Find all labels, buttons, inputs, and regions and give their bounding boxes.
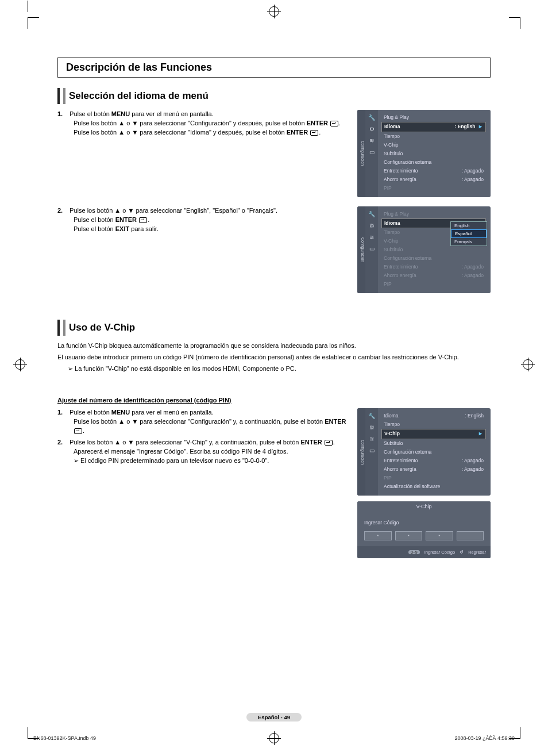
footer-filename: BN68-01392K-SPA.indb 49: [33, 735, 96, 741]
keypad-pill: 0~9: [408, 550, 420, 554]
osd-label: V-Chip: [384, 238, 399, 244]
t: Pulse el botón: [74, 225, 115, 232]
osd-label: Subtítulo: [384, 151, 403, 157]
step-text: Pulse el botón MENU para ver el menú en …: [70, 409, 214, 416]
osd-row: Plug & Play: [381, 113, 486, 122]
section-title: Selección del idioma de menú: [69, 90, 209, 102]
wrench-icon: 🔧: [368, 113, 376, 121]
pin-slot: [457, 531, 484, 540]
osd-row: Configuración externa: [381, 158, 486, 167]
enter-key: ENTER: [300, 439, 322, 446]
t: .: [148, 216, 149, 223]
crop-mark: [509, 17, 520, 29]
step-number: 2.: [57, 206, 68, 216]
pin-slot: *: [395, 531, 423, 540]
osd-pin-title: V-Chip: [357, 501, 491, 512]
osd-row: V-Chip: [381, 141, 486, 149]
steps-column: 1. Pulse el botón MENU para ver el menú …: [57, 110, 347, 203]
osd-row-dim: Ahorro energía: Apagado: [381, 271, 486, 280]
enter-icon: [325, 440, 333, 446]
osd-value: : English: [465, 413, 484, 419]
osd-label: Tiempo: [384, 421, 400, 428]
osd-row: Ahorro energía: Apagado: [381, 175, 486, 184]
step-number: 2.: [57, 438, 68, 447]
osd-list: Idioma: English Tiempo V-Chip► Subtítulo…: [378, 408, 491, 496]
step-text: Pulse el botón ENTER .: [74, 216, 347, 225]
registration-mark: [15, 359, 25, 370]
enter-icon: [74, 428, 82, 434]
osd-value: : Apagado: [462, 264, 484, 270]
osd-label: V-Chip: [384, 431, 400, 438]
t: Pulse los botón ▲ o ▼ para seleccionar "…: [74, 120, 307, 126]
osd-label: Ahorro energía: [384, 273, 416, 279]
signal-icon: ≋: [368, 435, 376, 443]
osd-row: Subtítulo: [381, 439, 486, 448]
osd-value: : Apagado: [462, 168, 484, 174]
osd-label: PIP: [384, 475, 392, 481]
osd-label: Idioma: [384, 220, 400, 227]
osd-value: : English: [454, 124, 475, 129]
content-row: 1. Pulse el botón MENU para ver el menú …: [57, 110, 491, 203]
section-title: Uso de V-Chip: [69, 322, 135, 333]
registration-mark: [523, 359, 533, 370]
note-text: La función "V-Chip" no está disponible e…: [68, 364, 491, 374]
osd-side-label: Configuración: [357, 206, 365, 293]
osd-row: Configuración externa: [381, 448, 486, 456]
intro-text: La función V-Chip bloquea automáticament…: [57, 341, 491, 351]
osd-row-dim: Plug & Play: [381, 210, 486, 218]
osd-row-dim: Configuración externa: [381, 254, 486, 263]
t: Pulse el botón: [74, 216, 115, 223]
enter-icon: [330, 121, 338, 126]
input-icon: ▭: [368, 446, 376, 454]
footer-label: Ingresar Código: [424, 550, 455, 555]
step-text: Aparecerá el mensaje "Ingresar Código". …: [74, 447, 347, 456]
osd-value: : Apagado: [462, 458, 484, 464]
osd-row-dim: PIP: [381, 184, 486, 193]
enter-key: ENTER: [115, 216, 137, 223]
step-text: Pulse los botón ▲ o ▼ para seleccionar "…: [70, 207, 277, 214]
arrow-icon: ►: [478, 431, 483, 438]
osd-box: Configuración 🔧 ⚙ ≋ ▭ Plug & Play Idioma…: [357, 110, 491, 197]
osd-box: Configuración 🔧 ⚙ ≋ ▭ Idioma: English Ti…: [357, 408, 491, 496]
osd-row: Ahorro energía: Apagado: [381, 465, 486, 474]
return-icon: ↺: [460, 550, 464, 555]
section-title-bar: Selección del idioma de menú: [57, 88, 491, 104]
t: .: [83, 427, 84, 434]
osd-screenshot: Configuración 🔧 ⚙ ≋ ▭ Plug & Play Idioma…: [357, 110, 491, 203]
osd-label: PIP: [384, 185, 392, 191]
content-row: 2. Pulse los botón ▲ o ▼ para selecciona…: [57, 206, 491, 299]
step-text: Pulse el botón EXIT para salir.: [74, 225, 347, 234]
osd-label: Entretenimiento: [384, 168, 418, 174]
gear-icon: ⚙: [368, 125, 376, 133]
osd-label: Subtítulo: [384, 247, 403, 253]
osd-side-label: Configuración: [357, 408, 365, 496]
osd-row-highlight: V-Chip►: [381, 429, 486, 439]
step-text: Pulse los botón ▲ o ▼ para seleccionar "…: [74, 128, 347, 137]
enter-icon: [310, 130, 318, 136]
osd-row: Tiempo: [381, 132, 486, 141]
osd-icon-column: 🔧 ⚙ ≋ ▭: [365, 110, 378, 197]
osd-label: Ahorro energía: [384, 466, 416, 473]
t: Pulse el botón: [70, 110, 111, 117]
osd-row-dim: Entretenimiento: Apagado: [381, 263, 486, 271]
osd-pin-slots: * * *: [364, 531, 484, 540]
osd-label: Entretenimiento: [384, 264, 418, 270]
osd-row: Actualización del software: [381, 482, 486, 491]
dropdown-option-selected: Español: [451, 229, 487, 238]
osd-icon-column: 🔧 ⚙ ≋ ▭: [365, 206, 378, 293]
step-text: Pulse los botón ▲ o ▼ para seleccionar "…: [74, 119, 347, 128]
osd-value: : Apagado: [462, 466, 484, 473]
t: para ver el menú en pantalla.: [130, 110, 214, 117]
chapter-title-box: Descripción de las Funciones: [57, 57, 491, 78]
osd-pin-footer: 0~9 Ingresar Código ↺ Regresar: [357, 546, 491, 558]
intro-text: El usuario debe introducir primero un có…: [57, 353, 491, 362]
osd-list: Plug & Play Idioma : English ► Tiempo V-…: [378, 110, 491, 197]
osd-pin-body: Ingresar Código * * *: [357, 512, 491, 546]
step-text: Pulse los botón ▲ o ▼ para seleccionar "…: [74, 417, 347, 436]
osd-label: V-Chip: [384, 142, 399, 148]
footer-label: Regresar: [468, 550, 486, 555]
osd-row-dim: PIP: [381, 474, 486, 482]
osd-label: Tiempo: [384, 229, 400, 236]
wrench-icon: 🔧: [368, 412, 376, 420]
registration-mark: [269, 6, 279, 17]
